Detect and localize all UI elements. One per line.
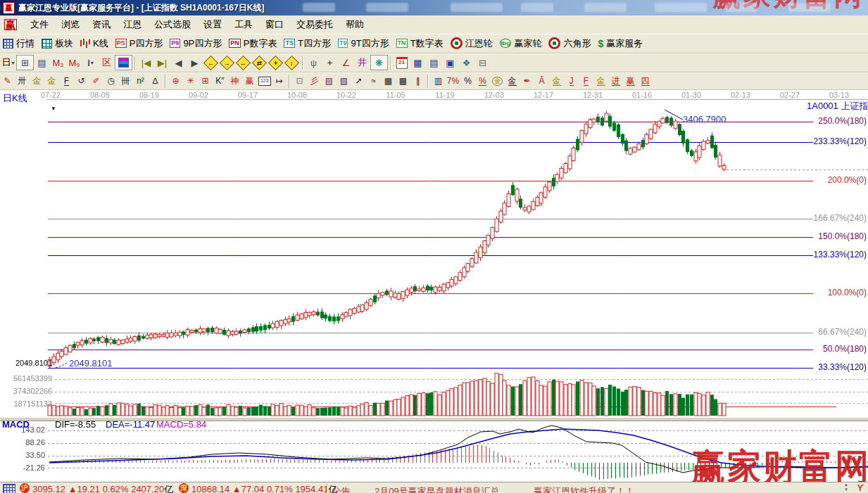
wave-3-icon[interactable]: M₃ [50,56,66,70]
j-line-icon[interactable]: J [564,74,579,88]
zoom-left-icon[interactable]: ← [203,56,219,70]
gold-grid-icon[interactable]: 金 [30,74,44,88]
trend-line-icon[interactable]: ↗ [351,74,366,88]
pct-line-icon[interactable]: % [475,74,490,88]
gann-wheel-button[interactable]: 江恩轮 [448,36,497,51]
p-table-button[interactable]: PNP数字表 [226,36,281,51]
compress-icon[interactable]: ⇄ [251,56,268,70]
diag-box-icon[interactable]: ▧ [336,74,351,88]
prev-icon[interactable]: ◀ [170,56,187,70]
menu-item-工具[interactable]: 工具 [228,17,259,32]
fan-lines-icon[interactable]: 彡 [307,74,322,88]
measure-icon[interactable]: ↦ [272,74,287,88]
notice-text-2[interactable]: 赢家江恩软件升级了！！ [534,485,634,493]
expand-all-icon[interactable]: ↕ [284,56,300,70]
9t-square-button[interactable]: T99T四方形 [335,36,394,51]
pattern-box-icon[interactable]: 区 [99,56,115,70]
jin-line-icon[interactable]: 进 [608,74,623,88]
gann-star-icon[interactable]: ✳ [183,74,198,88]
flag-icon[interactable]: ✒ [520,74,534,88]
indicator-window-icon[interactable]: ⊞ [16,55,34,70]
analysis-brain-icon[interactable]: ❋ [370,55,388,70]
notice-scroll-buttons[interactable]: ▲▼ [844,482,848,492]
menu-item-设置[interactable]: 设置 [197,17,228,32]
dense-grid2-icon[interactable]: ▩ [396,74,410,88]
zoom-h-icon[interactable]: ↔ [235,56,251,70]
stat-bars-icon[interactable]: ▥ [431,74,446,88]
k-tool-icon[interactable]: K″ [213,74,227,88]
pct7-icon[interactable]: 7% [446,74,460,88]
n2-icon[interactable]: n² [133,74,148,88]
crosshair-icon[interactable]: ＋ [322,56,338,70]
menu-item-窗口[interactable]: 窗口 [259,17,290,32]
quote-grid-icon[interactable] [3,484,15,493]
first-page-icon[interactable]: |◀ [138,56,154,70]
parallel-icon[interactable]: ∥ [410,74,425,88]
hatch-box-icon[interactable]: ▨ [322,74,336,88]
gold-grid2-icon[interactable]: 金 [44,74,59,88]
menu-item-文件[interactable]: 文件 [24,17,55,32]
shen-tool-icon[interactable]: 神 [227,74,242,88]
t-table-button[interactable]: TNT数字表 [394,36,448,51]
gold-angle2-icon[interactable]: 金 [593,74,608,88]
compress-all-icon[interactable]: ＋ [268,56,284,70]
sectors-button[interactable]: 板块 [39,36,77,51]
panel-box-icon[interactable]: ⊡ [292,74,307,88]
ruler-icon[interactable]: 123 [257,74,272,88]
calendar-icon[interactable]: 21 [394,56,410,70]
menu-item-资讯[interactable]: 资讯 [86,17,117,32]
notice-text-1[interactable]: 2月09号赢家早盘题材消息汇总 [375,485,500,493]
web-tools-icon[interactable]: ❖ [458,56,474,70]
pct-icon[interactable]: % [460,74,475,88]
ying-line-icon[interactable]: 赢 [623,74,638,88]
zigzag-icon[interactable]: ≈ [366,74,381,88]
degree-circle-icon[interactable]: ◷ [103,74,118,88]
menu-item-浏览[interactable]: 浏览 [55,17,86,32]
draw-brush-icon[interactable]: ✎ [0,74,15,88]
hexagon-button[interactable]: 六角形 [546,36,595,51]
gann-grid-icon[interactable]: 卅 [15,74,30,88]
f10-info-icon[interactable]: ▤ [34,56,50,70]
menu-item-交易委托[interactable]: 交易委托 [290,17,339,32]
ying-tool-icon[interactable]: 赢 [242,74,257,88]
notice-label[interactable]: 公告 [332,485,351,493]
gann-box-icon[interactable]: ⊞ [198,74,213,88]
menu-item-公式选股[interactable]: 公式选股 [148,17,197,32]
p-square-button[interactable]: PSP四方形 [113,36,168,51]
next-icon[interactable]: ▶ [187,56,203,70]
last-page-icon[interactable]: ▶| [154,56,170,70]
quotes-button[interactable]: 行情 [0,36,39,51]
si-line-icon[interactable]: 四 [638,74,653,88]
pane-separator[interactable] [0,417,868,421]
t-square-button[interactable]: TST四方形 [281,36,334,51]
shanghai-icon[interactable]: 沪 [20,483,30,493]
calculator-icon[interactable]: ▦ [410,56,426,70]
remote-icon[interactable]: ⊟ [474,56,491,70]
gold-circle-icon[interactable]: 金 [490,74,505,88]
kline-style-dropdown[interactable]: 日▾ [0,56,16,70]
grid2-icon[interactable]: 卌 [118,74,133,88]
gold-line-icon[interactable]: 金 [505,74,520,88]
zoom-right-icon[interactable]: → [219,56,235,70]
gann-circle-icon[interactable]: ⊕ [168,74,183,88]
f-line-icon[interactable]: F [579,74,593,88]
9p-square-button[interactable]: P99P四方形 [167,36,226,51]
dense-grid-icon[interactable]: ▦ [381,74,396,88]
angle-tool-icon[interactable]: ∠ [338,56,354,70]
brush2-icon[interactable]: ✐ [89,74,103,88]
color-chart-icon[interactable] [115,55,132,70]
shenzhen-icon[interactable]: 深 [179,483,189,493]
avg-channel-icon[interactable]: Ā [534,74,549,88]
f-grid-icon[interactable]: F [59,74,74,88]
wave-9-icon[interactable]: M₉ [66,56,82,70]
winner-wheel-button[interactable]: Big赢家轮 [497,36,546,51]
menu-item-江恩[interactable]: 江恩 [117,17,148,32]
winner-service-button[interactable]: $赢家服务 [595,36,647,51]
gann-net-icon[interactable]: 井 [354,56,370,70]
mirror-angle-icon[interactable]: ∆ [148,74,163,88]
gold-angle-icon[interactable]: 金 [549,74,564,88]
spiral-icon[interactable]: ↺ [74,74,89,88]
kline-button[interactable]: K线 [77,36,113,51]
candle-style-icon[interactable]: I▾ [82,56,99,70]
menu-item-帮助[interactable]: 帮助 [339,17,370,32]
